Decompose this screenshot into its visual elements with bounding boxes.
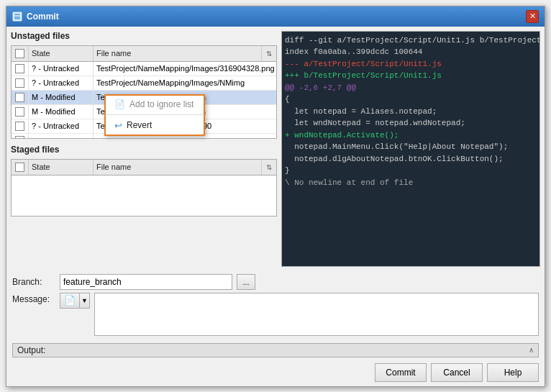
unstaged-check-header[interactable] (12, 46, 29, 61)
unstaged-select-all[interactable] (15, 49, 24, 58)
message-dropdown-button[interactable]: ▼ (80, 293, 90, 309)
row-checkbox[interactable] (15, 122, 24, 131)
diff-line: notepad.dlgAboutNotepad.btnOK.ClickButto… (285, 153, 537, 165)
commit-window: Commit ✕ Unstaged files State File name … (6, 6, 545, 387)
bottom-section: Branch: feature_branch ... Message: 📄 ▼ (6, 271, 545, 342)
row-checkbox[interactable] (15, 107, 24, 117)
diff-line: \ No newline at end of file (285, 177, 537, 189)
branch-label: Branch: (12, 277, 55, 287)
window-title: Commit (27, 12, 59, 22)
diff-line: let wndNotepad = notepad.wndNotepad; (285, 117, 537, 129)
main-content: Unstaged files State File name ⇅ ? - Unt… (6, 27, 545, 271)
diff-line: let notepad = Aliases.notepad; (285, 106, 537, 118)
staged-section-label: Staged files (11, 145, 277, 155)
diff-line: { (285, 94, 537, 106)
message-icon-button[interactable]: 📄 (60, 293, 80, 309)
branch-input[interactable]: feature_branch (60, 274, 232, 290)
unstaged-sort-icon[interactable]: ⇅ (262, 50, 276, 58)
cancel-button[interactable]: Cancel (431, 363, 483, 382)
row-filename: TestProject/NameMapping/Images/NMimg (94, 76, 276, 90)
message-toolbar: 📄 ▼ (60, 293, 90, 309)
diff-line: +++ b/TestProject/Script/Unit1.js (285, 70, 537, 82)
diff-line: diff --git a/TestProject/Script/Unit1.js… (285, 35, 537, 47)
output-section: Output: ∧ (6, 342, 545, 359)
branch-row: Branch: feature_branch ... (12, 274, 539, 290)
message-row: Message: 📄 ▼ (12, 293, 539, 336)
table-row[interactable]: ? - Untracked TestProject/NameMapping/Im… (12, 62, 276, 76)
commit-button[interactable]: Commit (375, 363, 427, 382)
window-icon (12, 12, 22, 22)
message-label: Message: (12, 293, 55, 304)
staged-filename-header: File name (94, 160, 262, 175)
staged-sort-icon[interactable]: ⇅ (262, 163, 276, 171)
row-checkbox[interactable] (15, 64, 24, 73)
row-state: ? - Untracked (29, 119, 94, 133)
row-checkbox[interactable] (15, 136, 24, 139)
diff-line: --- a/TestProject/Script/Unit1.js (285, 58, 537, 70)
row-state: M - Modified (29, 105, 94, 119)
unstaged-table-header: State File name ⇅ (12, 46, 276, 62)
row-checkbox[interactable] (15, 78, 24, 88)
context-menu: 📄 Add to ignore list ↩ Revert (104, 94, 205, 136)
context-menu-item-add-to-ignore[interactable]: 📄 Add to ignore list (106, 96, 204, 113)
diff-line: } (285, 165, 537, 177)
diff-line: @@ -2,6 +2,7 @@ (285, 82, 537, 94)
diff-line: notepad.MainMenu.Click("Help|About Notep… (285, 141, 537, 153)
revert-icon: ↩ (114, 120, 122, 131)
message-input[interactable] (94, 293, 539, 336)
staged-check-header[interactable] (12, 160, 29, 175)
unstaged-state-header: State (29, 46, 94, 61)
output-collapse-button[interactable]: ∧ (529, 346, 534, 354)
branch-dropdown-button[interactable]: ... (237, 274, 255, 290)
title-bar: Commit ✕ (6, 6, 545, 27)
add-ignore-icon: 📄 (114, 99, 125, 109)
staged-table-header: State File name ⇅ (12, 160, 276, 176)
message-doc-icon: 📄 (64, 295, 76, 306)
diff-panel: diff --git a/TestProject/Script/Unit1.js… (281, 31, 540, 267)
table-row[interactable]: ? - Untracked TestProject/NameMapping/Im… (12, 76, 276, 91)
output-label: Output: (17, 345, 45, 355)
add-ignore-label: Add to ignore list (129, 99, 193, 109)
context-menu-item-revert[interactable]: ↩ Revert (106, 117, 204, 135)
row-checkbox[interactable] (15, 93, 24, 102)
staged-select-all[interactable] (15, 163, 24, 172)
unstaged-filename-header: File name (94, 46, 262, 61)
row-state: ? - Untracked (29, 134, 94, 139)
row-state: ? - Untracked (29, 62, 94, 76)
footer: Commit Cancel Help (6, 359, 545, 386)
row-state: ? - Untracked (29, 76, 94, 90)
staged-files-table: State File name ⇅ (11, 159, 277, 216)
output-header: Output: ∧ (12, 343, 539, 357)
help-button[interactable]: Help (487, 363, 539, 382)
close-button[interactable]: ✕ (526, 10, 539, 23)
unstaged-section-label: Unstaged files (11, 31, 277, 41)
left-panel: Unstaged files State File name ⇅ ? - Unt… (11, 31, 277, 267)
svg-rect-0 (14, 13, 21, 20)
row-state: M - Modified (29, 91, 94, 104)
revert-label: Revert (127, 120, 152, 130)
staged-state-header: State (29, 160, 94, 175)
diff-line: + wndNotepad.Activate(); (285, 129, 537, 142)
row-filename: TestProject/NameMapping/Images/316904328… (94, 62, 276, 76)
context-menu-separator (106, 114, 204, 115)
diff-line: index f0a0aba..399dcdc 100644 (285, 46, 537, 58)
